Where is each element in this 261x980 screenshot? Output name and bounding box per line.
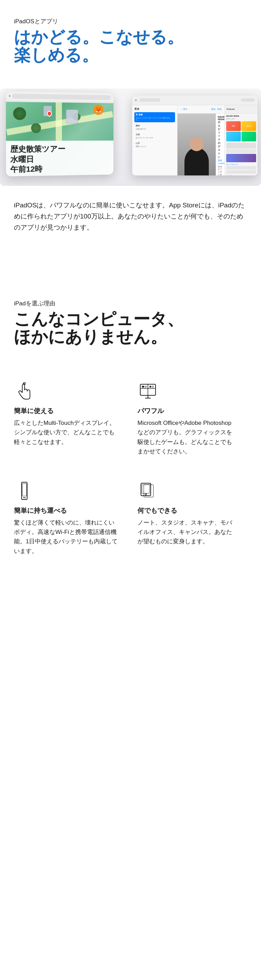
section2-headline-line2: ほかにありません。 [14, 328, 167, 346]
svg-rect-5 [145, 386, 147, 387]
section2-headline: こんなコンピュータ、 ほかにありません。 [14, 310, 247, 346]
headline-line2: 楽しめる。 [14, 46, 98, 64]
feature-powerful: パワフル Microsoft OfficeやAdobe Photoshopなどの… [130, 370, 247, 470]
portable-icon [14, 480, 35, 501]
why-ipad-section: iPadを選ぶ理由 こんなコンピュータ、 ほかにありません。 [0, 282, 261, 360]
portable-icon-container [14, 480, 35, 501]
versatile-icon-container [138, 480, 159, 501]
feature-touch-title: 簡単に使える [14, 406, 120, 415]
svg-point-16 [145, 494, 147, 495]
section1-headline: はかどる。こなせる。 楽しめる。 [14, 28, 247, 64]
feature-powerful-desc: Microsoft OfficeやAdobe Photoshopなどのアプリも。… [138, 418, 237, 456]
touch-icon-container [14, 381, 35, 402]
headline-line1: はかどる。こなせる。 [14, 28, 184, 46]
map-text: 歴史散策ツアー 水曜日 午前12時 [10, 144, 110, 175]
ipad-left-screen: 🦊 歴史散策ツアー 水曜日 午前12時 [6, 91, 114, 177]
feature-portable-desc: 驚くほど薄くて軽いのに、壊れにくいボディ。高速なWi-Fiと携帯電話通信機能。1… [14, 518, 120, 556]
ipad-images-area: 🦊 歴史散策ツアー 水曜日 午前12時 受信 [0, 89, 261, 186]
section2-label: iPadを選ぶ理由 [14, 299, 247, 307]
section1-description: iPadOSは、パワフルなのに簡単に使いこなせます。App Storeには、iP… [14, 200, 247, 254]
touch-icon [14, 381, 35, 402]
powerful-icon-container [138, 381, 159, 402]
spacer-1 [0, 254, 261, 282]
feature-touch-desc: 広々としたMulti-Touchディスプレイ。シンプルな使い方で、どんなことでも… [14, 418, 120, 447]
feature-portable-title: 簡単に持ち運べる [14, 506, 120, 515]
ipadOS-section: iPadOSとアプリ はかどる。こなせる。 楽しめる。 [0, 0, 261, 89]
feature-versatile: 何でもできる ノート、スタジオ、スキャナ、モバイルオフィス、キャンバス。あなたが… [130, 470, 247, 570]
svg-rect-6 [150, 386, 151, 387]
feature-touch: 簡単に使える 広々としたMulti-Touchディスプレイ。シンプルな使い方で、… [14, 370, 130, 470]
ipad-right-screen: 受信 西 直樹 おはようございます！キャンバスを刷り込んだ… 田中 お疲れ様です… [132, 95, 258, 175]
versatile-icon [138, 480, 159, 501]
feature-powerful-title: パワフル [138, 406, 237, 415]
description-section: iPadOSは、パワフルなのに簡単に使いこなせます。App Storeには、iP… [0, 200, 261, 254]
section1-label: iPadOSとアプリ [14, 18, 247, 25]
svg-rect-13 [144, 485, 154, 497]
feature-versatile-title: 何でもできる [138, 506, 237, 515]
section2-headline-line1: こんなコンピュータ、 [14, 310, 184, 328]
svg-rect-12 [22, 484, 26, 496]
powerful-icon [138, 381, 159, 402]
svg-rect-4 [142, 386, 144, 387]
svg-rect-7 [152, 386, 154, 387]
feature-portable: 簡単に持ち運べる 驚くほど薄くて軽いのに、壊れにくいボディ。高速なWi-Fiと携… [14, 470, 130, 570]
features-grid: 簡単に使える 広々としたMulti-Touchディスプレイ。シンプルな使い方で、… [0, 360, 261, 590]
svg-rect-15 [142, 485, 150, 493]
feature-versatile-desc: ノート、スタジオ、スキャナ、モバイルオフィス、キャンバス。あなたが望むものに変身… [138, 518, 237, 546]
